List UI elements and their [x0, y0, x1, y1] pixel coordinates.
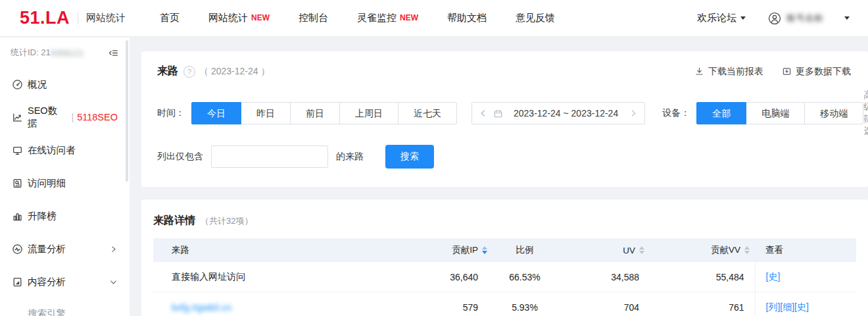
stat-id-row: 统计ID: 21 9358121 — [0, 38, 130, 68]
time-label: 时间： — [157, 107, 185, 119]
user-menu[interactable]: 账号名称 — [768, 12, 850, 25]
time-today-button[interactable]: 今日 — [191, 102, 241, 124]
time-last-sunday-button[interactable]: 上周日 — [339, 102, 398, 124]
advanced-filter-toggle[interactable]: 高级筛选 — [863, 90, 868, 137]
5118seo-link[interactable]: 5118SEO — [77, 112, 118, 122]
col-uv[interactable]: UV — [561, 238, 650, 262]
more-data-download-label: 更多数据下载 — [796, 66, 851, 78]
time-last7days-button[interactable]: 近七天 — [398, 102, 457, 124]
caret-down-icon — [740, 16, 746, 20]
sidebar-item-visit-details[interactable]: 访问明细 — [0, 167, 130, 199]
stat-id-label: 统计ID: 21 — [11, 47, 51, 59]
ratio-cell: 66.53% — [489, 262, 561, 292]
referrer-detail-card: 来路详情 （共计32项） 来路 贡献IP 比例 U — [141, 199, 868, 316]
51la-logo[interactable]: 51.LA — [20, 8, 70, 28]
search-row: 列出仅包含 的来路 搜索 — [157, 145, 851, 169]
ip-cell: 36,640 — [436, 262, 489, 292]
col-contrib-ip[interactable]: 贡献IP — [436, 238, 489, 262]
collapse-sidebar-icon[interactable] — [108, 47, 119, 59]
vv-cell: 761 — [650, 292, 755, 316]
nav-site-stats[interactable]: 网站统计NEW — [208, 12, 270, 24]
referrer-filter-input[interactable] — [211, 145, 328, 168]
report-date: （ 2023-12-24 ） — [199, 66, 270, 78]
table-header-row: 来路 贡献IP 比例 UV — [153, 238, 856, 262]
sidebar-scrollbar[interactable] — [126, 40, 128, 182]
main-content: 来路 ? （ 2023-12-24 ） 下载当前报表 更多数据下载 — [130, 38, 868, 316]
search-button[interactable]: 搜索 — [385, 145, 434, 169]
sidebar-item-label: 概况 — [28, 78, 47, 91]
nav-home-label: 首页 — [160, 12, 180, 23]
referrer-link-masked[interactable]: bxfg.rtgwb0.cn — [172, 302, 231, 313]
caret-down-icon — [844, 16, 850, 20]
nav-console[interactable]: 控制台 — [299, 12, 328, 24]
view-links[interactable]: [列][细][史] — [766, 302, 809, 312]
referrer-filter-card: 来路 ? （ 2023-12-24 ） 下载当前报表 更多数据下载 — [141, 51, 868, 187]
forum-dropdown[interactable]: 欢乐论坛 — [697, 12, 746, 24]
table-row: 直接输入网址访问 36,640 66.53% 34,588 55,484 [史] — [153, 262, 856, 292]
nav-lark-monitor-label: 灵雀监控 — [357, 12, 397, 23]
sort-icon[interactable] — [744, 246, 750, 254]
sidebar-item-rank-changes[interactable]: 升降榜 — [0, 199, 130, 232]
download-report-link[interactable]: 下载当前报表 — [694, 66, 763, 78]
box-download-icon — [782, 66, 792, 76]
top-navbar: 51.LA 网站统计 首页 网站统计NEW 控制台 灵雀监控NEW 帮助文档 意… — [0, 0, 868, 37]
table-count: （共计32项） — [201, 215, 253, 227]
card-header: 来路 ? （ 2023-12-24 ） 下载当前报表 更多数据下载 — [157, 65, 851, 78]
help-icon[interactable]: ? — [183, 66, 195, 78]
sidebar-item-search-engine[interactable]: 搜索引擎 — [0, 298, 130, 316]
chevron-right-icon — [109, 245, 118, 253]
date-range-picker[interactable]: 2023-12-24 ~ 2023-12-24 — [471, 102, 645, 124]
device-mobile-button[interactable]: 移动端 — [804, 102, 863, 124]
chevron-left-icon[interactable] — [479, 109, 488, 118]
top-nav: 首页 网站统计NEW 控制台 灵雀监控NEW 帮助文档 意见反馈 — [160, 12, 555, 24]
gauge-icon — [12, 79, 23, 90]
uv-cell: 34,588 — [561, 262, 650, 292]
device-group: 全部 电脑端 移动端 — [696, 102, 863, 124]
sort-icon[interactable] — [639, 246, 644, 254]
vv-cell: 55,484 — [650, 262, 755, 292]
uv-cell: 704 — [561, 292, 650, 316]
product-name: 网站统计 — [86, 12, 126, 24]
page-chart-icon — [12, 276, 23, 288]
topbar-right: 欢乐论坛 账号名称 — [697, 12, 850, 25]
col-contrib-vv[interactable]: 贡献VV — [650, 238, 755, 262]
device-pc-button[interactable]: 电脑端 — [746, 102, 805, 124]
sidebar-item-traffic-analysis[interactable]: 流量分析 — [0, 232, 130, 265]
bar-chart-icon — [12, 211, 23, 222]
nav-lark-monitor[interactable]: 灵雀监控NEW — [357, 12, 418, 24]
date-range-value: 2023-12-24 ~ 2023-12-24 — [503, 108, 629, 118]
col-contrib-ip-label: 贡献IP — [452, 244, 478, 256]
sidebar: 统计ID: 21 9358121 概况 SEO数据 | 5118SEO 在线访问… — [0, 38, 130, 316]
nav-console-label: 控制台 — [299, 12, 328, 23]
view-cell: [史] — [755, 262, 856, 292]
more-data-download-link[interactable]: 更多数据下载 — [782, 66, 851, 78]
history-link[interactable]: [史] — [766, 271, 781, 282]
nav-home[interactable]: 首页 — [160, 12, 180, 24]
sidebar-item-seo-data[interactable]: SEO数据 | 5118SEO — [0, 101, 130, 134]
calendar-icon — [493, 109, 503, 118]
device-all-button[interactable]: 全部 — [696, 102, 746, 124]
col-ratio: 比例 — [489, 238, 561, 262]
time-yesterday-button[interactable]: 昨日 — [241, 102, 291, 124]
sidebar-item-label: 在线访问者 — [28, 144, 76, 157]
download-icon — [694, 66, 704, 76]
sort-icon[interactable] — [482, 246, 487, 254]
new-badge: NEW — [251, 13, 270, 22]
time-day-before-button[interactable]: 前日 — [290, 102, 340, 124]
table-row: bxfg.rtgwb0.cn 579 5.93% 704 761 [列][细][… — [153, 292, 856, 316]
sidebar-item-online-visitors[interactable]: 在线访问者 — [0, 134, 130, 167]
chevron-right-icon[interactable] — [629, 109, 638, 118]
sidebar-item-overview[interactable]: 概况 — [0, 68, 130, 101]
sidebar-item-content-analysis[interactable]: 内容分析 — [0, 265, 130, 298]
nav-feedback[interactable]: 意见反馈 — [516, 12, 555, 24]
stat-id-masked: 9358121 — [51, 48, 84, 58]
col-view: 查看 — [755, 238, 856, 262]
nav-help-docs[interactable]: 帮助文档 — [447, 12, 487, 24]
table-title: 来路详情 — [153, 214, 195, 228]
sidebar-item-label: SEO数据 — [28, 105, 65, 130]
sidebar-item-label: 访问明细 — [28, 177, 66, 190]
nav-feedback-label: 意见反馈 — [516, 12, 555, 23]
chart-line-icon — [12, 112, 23, 123]
device-label: 设备： — [662, 107, 690, 119]
sidebar-item-label: 内容分析 — [28, 276, 66, 288]
